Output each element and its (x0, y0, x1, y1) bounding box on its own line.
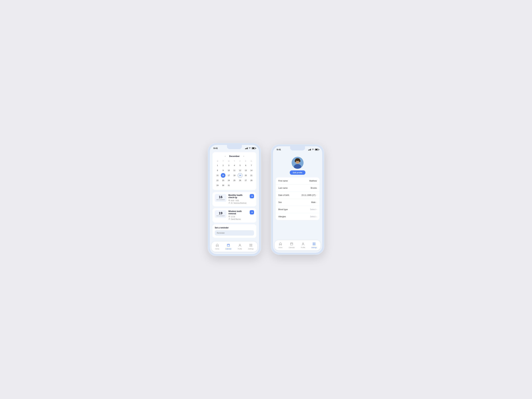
cal-day-30[interactable]: 30 (221, 183, 225, 188)
field-value-last-name: Brooks (311, 187, 317, 189)
chevron-right-dob: › (316, 194, 317, 196)
cal-day-29[interactable]: 29 (215, 183, 220, 188)
cal-day-3[interactable]: 3 (226, 163, 231, 168)
nav-profile-2[interactable]: Profile (299, 241, 307, 249)
cal-day-10[interactable]: 10 (226, 168, 231, 173)
appt-time-2: 12:30 (228, 216, 248, 218)
svg-rect-4 (227, 244, 230, 246)
appt-date-num-1: 16 (216, 195, 225, 199)
field-label-blood-type: Blood type (278, 208, 288, 211)
nav-calendar-label: Calendar (225, 248, 232, 250)
cal-day-14[interactable]: 14 (249, 168, 254, 173)
appt-doctor-2: David Barnes (228, 218, 248, 220)
field-sex[interactable]: Sex Male › (276, 199, 320, 206)
field-allergies[interactable]: Allergies Select › (276, 213, 320, 220)
nav-calendar[interactable]: Calendar (223, 243, 234, 250)
nav-calendar-2[interactable]: Calendar (287, 241, 297, 249)
nav-home[interactable]: Home (213, 243, 221, 250)
field-value-allergies: Select › (310, 215, 317, 218)
cal-day-26[interactable]: 26 (238, 178, 242, 183)
appt-action-button-2[interactable] (250, 210, 254, 215)
svg-point-5 (239, 244, 241, 245)
svg-point-15 (299, 160, 300, 162)
svg-point-3 (229, 218, 230, 219)
cal-day-18[interactable]: 18 (232, 173, 237, 178)
calendar-card: ‹ December › M T W T F S S (212, 152, 256, 190)
cal-day-15[interactable]: 15 (215, 173, 220, 178)
nav-settings-2[interactable]: Settings (309, 241, 319, 249)
signal-icon (245, 147, 248, 149)
profile-header: Edit profile (276, 153, 320, 177)
avatar (291, 157, 304, 169)
notch-2 (290, 146, 305, 151)
calendar-phone: 9:41 (208, 143, 261, 256)
cal-day-23[interactable]: 23 (221, 178, 225, 183)
cal-day-17[interactable]: 17 (226, 173, 231, 178)
field-first-name[interactable]: First name Matthew (276, 177, 320, 184)
field-label-last-name: Last name (278, 187, 288, 189)
nav-home-label-2: Home (279, 247, 282, 248)
battery-icon (252, 147, 255, 149)
field-value-first-name: Matthew (309, 180, 317, 182)
svg-rect-7 (251, 244, 252, 245)
svg-rect-9 (251, 246, 252, 246)
day-label-f: F (237, 160, 243, 162)
nav-home-2[interactable]: Home (277, 241, 285, 249)
day-label-m: M (215, 160, 221, 162)
cal-day-6[interactable]: 6 (243, 163, 248, 168)
cal-day-2[interactable]: 2 (221, 163, 225, 168)
appt-action-button-1[interactable] (250, 194, 254, 198)
clock-icon-2 (228, 216, 230, 218)
cal-day-1[interactable]: 1 (215, 163, 220, 168)
status-time-2: 9:41 (277, 148, 281, 151)
nav-settings-label-2: Settings (311, 247, 317, 248)
status-icons-2 (308, 148, 319, 151)
person-icon (228, 202, 230, 204)
prev-month-button[interactable]: ‹ (224, 154, 227, 158)
calendar-content: ‹ December › M T W T F S S (210, 151, 259, 240)
wifi-icon-2 (312, 148, 314, 151)
home-icon (216, 244, 219, 247)
cal-day-22[interactable]: 22 (215, 178, 220, 183)
cal-day-16[interactable]: 16 (221, 173, 225, 178)
cal-day-20[interactable]: 20 (243, 173, 248, 178)
nav-calendar-label-2: Calendar (289, 247, 295, 248)
settings-icon-2 (312, 242, 316, 246)
field-dob[interactable]: Date of birth 15.11.1995 (27) › (276, 192, 320, 199)
person-icon-2 (228, 218, 230, 220)
cal-day-9[interactable]: 9 (221, 168, 225, 173)
next-month-button[interactable]: › (242, 154, 245, 158)
reminder-input[interactable] (215, 230, 254, 236)
field-last-name[interactable]: Last name Brooks (276, 184, 320, 192)
cal-day-8[interactable]: 8 (215, 168, 220, 173)
appt-info-1: Monthly health check-up 8:00 - 9:00 (228, 194, 248, 204)
cal-day-12[interactable]: 12 (238, 168, 242, 173)
cal-day-4[interactable]: 4 (232, 163, 237, 168)
nav-settings[interactable]: Settings (246, 243, 256, 250)
cal-day-11[interactable]: 11 (232, 168, 237, 173)
cal-day-25[interactable]: 25 (232, 178, 237, 183)
day-label-t2: T (232, 160, 237, 162)
profile-fields: First name Matthew Last name Brooks Date… (276, 177, 320, 220)
cal-day-27[interactable]: 27 (243, 178, 248, 183)
nav-profile[interactable]: Profile (236, 243, 244, 250)
cal-day-13[interactable]: 13 (243, 168, 248, 173)
nav-profile-label: Profile (238, 248, 242, 250)
cal-day-28[interactable]: 28 (249, 178, 254, 183)
field-blood-type[interactable]: Blood type Select › (276, 206, 320, 213)
cal-day-5[interactable]: 5 (238, 163, 242, 168)
appt-date-num-2: 19 (216, 211, 225, 215)
profile-bottom-nav: Home Calendar (275, 240, 321, 250)
calendar-screen: 9:41 (210, 145, 259, 254)
profile-content: Edit profile First name Matthew Last nam… (273, 152, 322, 239)
calendar-bottom-nav: Home Calendar (211, 241, 257, 252)
cal-day-21[interactable]: 21 (249, 173, 254, 178)
cal-day-7[interactable]: 7 (249, 163, 254, 168)
cal-day-31[interactable]: 31 (226, 183, 231, 188)
appt-date-badge-2: 19 DECEMBER (215, 210, 226, 218)
cal-day-19[interactable]: 19 (238, 173, 242, 178)
field-value-blood-type: Select › (310, 208, 317, 211)
cal-day-24[interactable]: 24 (226, 178, 231, 183)
edit-profile-button[interactable]: Edit profile (290, 171, 305, 175)
appointment-2: 19 DECEMBER Wisdom tooth removal 12:30 (212, 208, 256, 223)
